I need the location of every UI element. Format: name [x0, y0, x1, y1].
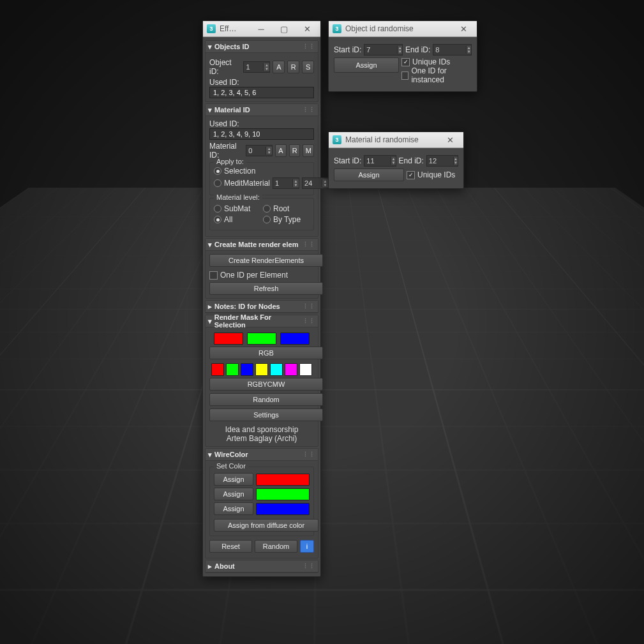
rollout-header-about[interactable]: ▸ About ⋮⋮ — [206, 560, 318, 573]
rollout-title: WireColor — [214, 451, 248, 458]
swatch-red[interactable] — [214, 333, 243, 345]
refresh-button[interactable]: Refresh — [209, 282, 323, 295]
random-wire-button[interactable]: Random — [255, 540, 297, 553]
wire-swatch-blue[interactable] — [256, 503, 310, 515]
close-button[interactable]: ✕ — [297, 21, 317, 36]
rgbycmw-swatches — [209, 363, 314, 376]
assign-button[interactable]: Assign — [334, 168, 404, 181]
assign-from-diffuse-button[interactable]: Assign from diffuse color — [214, 519, 318, 532]
radio-meditmaterial[interactable]: MeditMaterial — [214, 179, 270, 188]
app-icon: 3 — [333, 24, 341, 33]
rgb-swatches — [209, 333, 314, 345]
info-button[interactable]: i — [300, 540, 314, 553]
medit-end-input[interactable] — [303, 179, 322, 187]
viewport-vignette — [0, 0, 644, 644]
drag-handle-icon[interactable]: ⋮⋮ — [303, 318, 315, 324]
select-button-s[interactable]: S — [302, 61, 314, 73]
radio-submat[interactable]: SubMat — [214, 204, 260, 213]
drag-handle-icon[interactable]: ⋮⋮ — [303, 107, 315, 113]
swatch-yellow[interactable] — [255, 363, 268, 376]
titlebar[interactable]: 3 Material id randomise ✕ — [329, 132, 463, 148]
rollout-header-matte[interactable]: ▾ Create Matte render elem ⋮⋮ — [206, 239, 318, 251]
chevron-down-icon: ▾ — [208, 43, 214, 51]
rollout-title: Create Matte render elem — [214, 241, 298, 248]
used-id-input[interactable] — [209, 87, 314, 98]
medit-end-spinner[interactable]: ▲▼ — [302, 177, 329, 189]
random-mask-button[interactable]: Random — [209, 393, 323, 406]
rollout-header-objects-id[interactable]: ▾ Objects ID ⋮⋮ — [206, 41, 318, 53]
titlebar[interactable]: 3 Eff… ─ ▢ ✕ — [203, 21, 320, 37]
radio-root[interactable]: Root — [263, 204, 310, 213]
end-id-label: End iD: — [399, 156, 424, 165]
unique-ids-checkbox[interactable]: ✓Unique IDs — [401, 57, 472, 66]
assign-button-a[interactable]: A — [273, 61, 285, 73]
swatch-magenta[interactable] — [285, 363, 297, 376]
wire-swatch-red[interactable] — [256, 474, 310, 486]
assign-blue-button[interactable]: Assign — [214, 502, 253, 515]
object-randomise-window: 3 Object id randomise ✕ Start iD: ▲▼ End… — [328, 20, 477, 92]
mat-m[interactable]: M — [303, 144, 314, 157]
close-button[interactable]: ✕ — [440, 132, 460, 147]
drag-handle-icon[interactable]: ⋮⋮ — [303, 303, 315, 310]
titlebar[interactable]: 3 Object id randomise ✕ — [329, 21, 477, 37]
minimize-button[interactable]: ─ — [251, 21, 271, 36]
assign-button[interactable]: Assign — [334, 57, 399, 73]
swatch-green[interactable] — [247, 333, 276, 345]
end-id-spinner[interactable]: ▲▼ — [426, 155, 458, 167]
mat-used-input[interactable] — [209, 128, 314, 140]
assign-green-button[interactable]: Assign — [214, 488, 253, 500]
swatch-red[interactable] — [211, 363, 224, 376]
medit-start-spinner[interactable]: ▲▼ — [273, 177, 299, 189]
rollout-title: Render Mask For Selection — [214, 313, 303, 329]
apply-to-title: Apply to: — [214, 158, 246, 165]
rollout-header-render-mask[interactable]: ▾ Render Mask For Selection ⋮⋮ — [206, 315, 318, 327]
object-id-input[interactable] — [244, 63, 263, 71]
start-id-input[interactable] — [364, 46, 397, 54]
object-id-spinner[interactable]: ▲▼ — [243, 61, 270, 73]
swatch-blue[interactable] — [241, 363, 253, 376]
radio-all[interactable]: All — [214, 215, 260, 224]
wire-swatch-green[interactable] — [256, 488, 310, 500]
end-id-input[interactable] — [427, 157, 453, 165]
rollout-header-notes[interactable]: ▸ Notes: ID for Nodes ⋮⋮ — [206, 301, 318, 313]
swatch-cyan[interactable] — [270, 363, 283, 376]
radio-selection[interactable]: Selection — [214, 167, 310, 176]
apply-to-group: Apply to: Selection MeditMaterial ▲▼ ▲▼ — [209, 162, 314, 195]
material-id-spinner[interactable]: ▲▼ — [246, 145, 273, 156]
maximize-button[interactable]: ▢ — [274, 21, 294, 36]
reset-button[interactable]: Reset — [209, 540, 252, 553]
start-id-input[interactable] — [364, 157, 391, 165]
one-id-instanced-checkbox[interactable]: One ID for instanced — [401, 66, 472, 84]
start-id-spinner[interactable]: ▲▼ — [364, 155, 396, 167]
rollout-about: ▸ About ⋮⋮ — [205, 560, 318, 573]
drag-handle-icon[interactable]: ⋮⋮ — [303, 241, 315, 248]
mat-random-r[interactable]: R — [289, 144, 301, 157]
material-randomise-window: 3 Material id randomise ✕ Start iD: ▲▼ E… — [328, 131, 464, 189]
assign-red-button[interactable]: Assign — [214, 473, 253, 486]
close-button[interactable]: ✕ — [454, 21, 473, 36]
unique-ids-checkbox[interactable]: ✓Unique IDs — [407, 170, 455, 179]
end-id-input[interactable] — [433, 46, 466, 54]
swatch-white[interactable] — [299, 363, 312, 376]
chevron-right-icon: ▸ — [208, 303, 214, 311]
drag-handle-icon[interactable]: ⋮⋮ — [303, 43, 315, 50]
mat-assign-a[interactable]: A — [275, 144, 287, 157]
create-renderelements-button[interactable]: Create RenderElements — [209, 254, 323, 267]
settings-button[interactable]: Settings — [209, 408, 323, 421]
end-id-spinner[interactable]: ▲▼ — [433, 44, 472, 56]
drag-handle-icon[interactable]: ⋮⋮ — [303, 563, 315, 569]
rgbycmw-button[interactable]: RGBYCMW — [209, 378, 323, 391]
radio-bytype[interactable]: By Type — [263, 215, 310, 224]
start-id-spinner[interactable]: ▲▼ — [364, 44, 403, 56]
material-id-input[interactable] — [246, 147, 266, 154]
rollout-title: Material ID — [214, 106, 250, 114]
random-button-r[interactable]: R — [287, 61, 299, 73]
swatch-green[interactable] — [226, 363, 239, 376]
swatch-blue[interactable] — [280, 333, 310, 345]
drag-handle-icon[interactable]: ⋮⋮ — [303, 451, 315, 458]
rollout-header-wirecolor[interactable]: ▾ WireColor ⋮⋮ — [206, 449, 318, 461]
rollout-header-material-id[interactable]: ▾ Material ID ⋮⋮ — [206, 104, 318, 116]
medit-start-input[interactable] — [273, 179, 292, 187]
rgb-button[interactable]: RGB — [209, 347, 323, 359]
one-id-per-element-checkbox[interactable]: One ID per Element — [209, 271, 288, 280]
